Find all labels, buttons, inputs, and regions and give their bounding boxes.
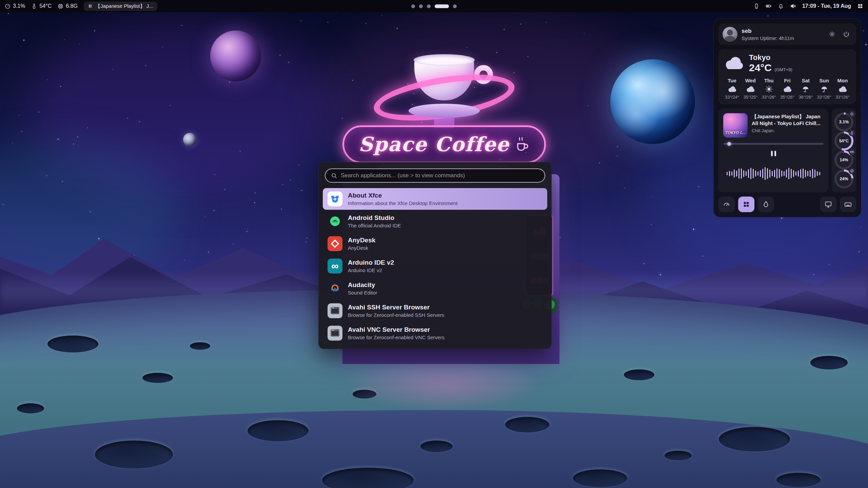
launcher-result-anydesk[interactable]: AnyDesk AnyDesk [323, 233, 547, 255]
app-grid-icon[interactable] [857, 3, 863, 9]
memory-gauge: 14% [834, 150, 853, 169]
forecast-day: Mon 33°/26° [834, 78, 851, 100]
weather-widget: Tokyo 24°C (GMT+9) Tue 33°/24° Wed 35°/2… [718, 49, 856, 104]
workspace-dot-2[interactable] [419, 4, 423, 8]
app-description: Arduino IDE v2 [348, 267, 394, 273]
app-description: Browse for Zeroconf-enabled VNC Servers [348, 334, 445, 340]
temperature-gauge: 54°C [834, 131, 853, 150]
keyboard-button[interactable] [840, 197, 856, 212]
crater [776, 473, 821, 487]
monitor-icon [825, 201, 832, 208]
crater [248, 420, 309, 441]
android-studio-icon [328, 214, 342, 229]
launcher-result-audacity[interactable]: Audacity Sound Editor [323, 278, 547, 299]
system-uptime: System Uptime: 4h11m [742, 35, 794, 41]
display-button[interactable] [820, 197, 836, 212]
weather-forecast: Tue 33°/24° Wed 35°/25° Thu 33°/26° Fri [723, 78, 851, 100]
phone-link-icon[interactable] [753, 3, 760, 9]
launcher-result-android-studio[interactable]: Android Studio The official Android IDE [323, 210, 547, 232]
launcher-search-bar [325, 168, 545, 183]
crater [95, 441, 173, 468]
power-icon [843, 31, 850, 38]
server-browser-icon [328, 326, 342, 341]
crater [665, 451, 692, 460]
forecast-day: Thu 33°/26° [760, 78, 778, 100]
app-name: AnyDesk [348, 237, 375, 244]
workspace-dot-5[interactable] [453, 4, 457, 8]
temperature-indicator[interactable]: 54°C [31, 3, 52, 9]
droplet-icon [762, 201, 770, 208]
launcher-result-avahi-ssh[interactable]: Avahi SSH Server Browser Browse for Zero… [323, 300, 547, 322]
app-description: Information about the Xfce Desktop Envir… [348, 200, 458, 206]
crater [47, 336, 98, 352]
coffee-cup-icon [515, 136, 530, 152]
desktop: Space Coffee sh oon ans [0, 0, 868, 488]
workspace-dot-1[interactable] [411, 4, 415, 8]
arduino-icon: ∞ [328, 259, 342, 273]
neon-sign: Space Coffee [342, 125, 546, 163]
track-artist: Chill Japan. [752, 128, 824, 133]
app-name: Android Studio [348, 214, 401, 222]
stats-view-button[interactable] [718, 197, 735, 212]
track-title: 【Japanese Playlist】 Japan All Night - To… [752, 113, 824, 126]
umbrella-rain-icon [820, 85, 829, 93]
music-pause-button[interactable] [769, 149, 778, 158]
sun-icon [764, 85, 774, 93]
forecast-day: Fri 35°/26° [778, 78, 796, 100]
avatar[interactable] [723, 27, 737, 42]
clock[interactable]: 17:09 - Tue, 19 Aug [802, 3, 851, 9]
forecast-day: Sat 36°/26° [797, 78, 814, 100]
album-art: TOKYO L... [723, 113, 748, 138]
settings-button[interactable] [826, 28, 838, 40]
thermometer-icon [849, 130, 855, 136]
temperature-value: 54°C [39, 3, 52, 9]
cpu-gauge-icon [5, 3, 11, 9]
crater [142, 373, 173, 383]
music-player-widget: TOKYO L... 【Japanese Playlist】 Japan All… [718, 108, 828, 192]
topbar-music-widget[interactable]: 【Japanese Playlist】 J... [84, 2, 157, 11]
search-input[interactable] [341, 172, 539, 179]
system-stats-column: 3.1% 54°C 14% 24% [832, 108, 856, 192]
app-name: Avahi VNC Server Browser [348, 326, 445, 333]
forecast-day: Sun 33°/26° [815, 78, 833, 100]
cpu-usage-indicator[interactable]: 3.1% [5, 3, 25, 9]
progress-handle[interactable] [727, 142, 731, 146]
weather-temperature: 24°C (GMT+9) [749, 63, 792, 73]
cpu-icon [849, 111, 855, 117]
cloud-icon [723, 56, 744, 70]
widgets-view-button[interactable] [738, 197, 754, 212]
cup-saucer [409, 104, 480, 118]
app-name: Avahi SSH Server Browser [348, 304, 444, 311]
umbrella-rain-icon [801, 85, 810, 93]
xfce-icon [328, 191, 342, 206]
launcher-results: About Xfce Information about the Xfce De… [319, 187, 551, 345]
launcher-result-about-xfce[interactable]: About Xfce Information about the Xfce De… [323, 188, 547, 210]
cpu-gauge: 3.1% [834, 113, 853, 131]
app-description: Browse for Zeroconf-enabled SSH Servers [348, 312, 444, 318]
theme-button[interactable] [758, 197, 774, 212]
workspace-dot-4[interactable] [435, 4, 449, 8]
app-launcher: About Xfce Information about the Xfce De… [318, 162, 552, 349]
app-description: AnyDesk [348, 245, 375, 251]
battery-icon[interactable] [766, 3, 772, 9]
anydesk-icon [328, 236, 342, 251]
memory-value: 6.8G [66, 3, 78, 9]
memory-indicator[interactable]: 6.8G [58, 3, 78, 9]
disk-gauge: 24% [834, 169, 853, 188]
app-name: Audacity [348, 281, 377, 289]
media-zone: TOKYO L... 【Japanese Playlist】 Japan All… [718, 108, 856, 192]
workspace-dot-3[interactable] [427, 4, 431, 8]
launcher-result-avahi-vnc[interactable]: Avahi VNC Server Browser Browse for Zero… [323, 322, 547, 344]
crater [420, 441, 453, 452]
volume-icon[interactable] [790, 3, 796, 9]
crater [810, 356, 848, 369]
track-progress-bar[interactable] [723, 143, 824, 145]
power-button[interactable] [841, 28, 852, 40]
crater [573, 469, 627, 487]
launcher-result-arduino[interactable]: ∞ Arduino IDE v2 Arduino IDE v2 [323, 255, 547, 277]
panel-quick-actions [718, 197, 856, 212]
cloud-icon [783, 85, 792, 93]
user-name: seb [742, 28, 794, 35]
cloud-icon [727, 85, 737, 93]
notifications-icon[interactable] [778, 3, 784, 9]
